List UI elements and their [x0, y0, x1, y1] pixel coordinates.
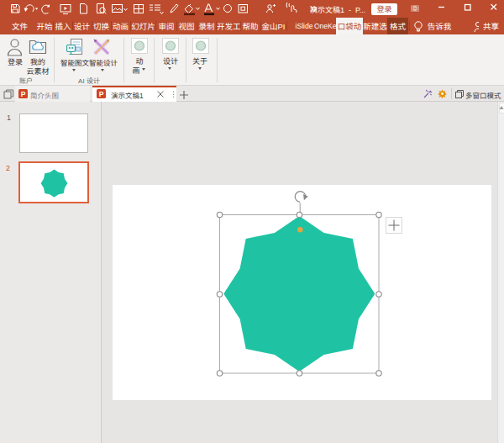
svg-text:P: P — [21, 89, 26, 98]
svg-text:P: P — [99, 89, 104, 98]
